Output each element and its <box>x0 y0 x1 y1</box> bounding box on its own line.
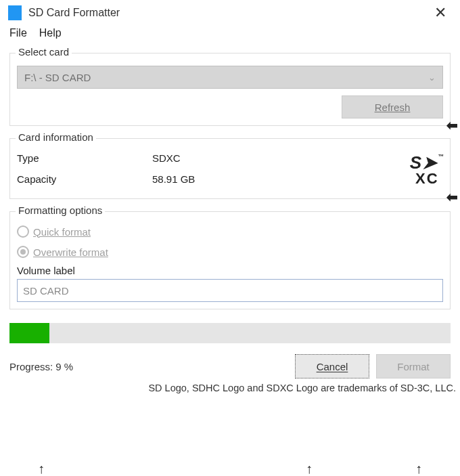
overwrite-format-label: Overwrite format <box>33 246 108 258</box>
volume-label-input[interactable]: SD CARD <box>17 279 443 302</box>
sdxc-logo: S➤™ XC <box>410 154 444 186</box>
volume-label-text: Volume label <box>17 265 443 276</box>
radio-quick-format[interactable]: Quick format <box>17 225 443 238</box>
refresh-button[interactable]: Refresh <box>342 95 443 118</box>
progress-fill <box>9 323 49 343</box>
type-value: SDXC <box>152 152 181 164</box>
annotation-arrow: ↑ <box>415 461 422 476</box>
progress-text: Progress: 9 % <box>9 361 288 372</box>
cancel-button[interactable]: Cancel <box>295 354 369 378</box>
annotation-arrow: ⬅ <box>446 117 458 133</box>
card-dropdown-value: F:\ - SD CARD <box>24 72 91 83</box>
app-icon <box>8 5 22 20</box>
radio-icon <box>17 246 29 258</box>
card-info-label: Card information <box>16 131 96 143</box>
group-card-info: Card information Type SDXC Capacity 58.9… <box>9 138 451 199</box>
capacity-label: Capacity <box>17 173 152 185</box>
menu-help[interactable]: Help <box>39 27 62 39</box>
formatting-label: Formatting options <box>16 204 105 216</box>
radio-icon <box>17 225 29 238</box>
select-card-label: Select card <box>16 46 72 58</box>
group-select-card: Select card F:\ - SD CARD ⌄ Refresh <box>9 53 451 126</box>
menu-file[interactable]: File <box>9 27 27 39</box>
annotation-arrow: ↑ <box>306 461 313 476</box>
bottom-row: Progress: 9 % Cancel Format <box>9 354 451 378</box>
window-title: SD Card Formatter <box>28 7 428 19</box>
card-dropdown[interactable]: F:\ - SD CARD ⌄ <box>17 66 443 89</box>
trademark-text: SD Logo, SDHC Logo and SDXC Logo are tra… <box>0 378 460 393</box>
radio-overwrite-format[interactable]: Overwrite format <box>17 246 443 258</box>
progress-bar <box>9 323 451 343</box>
annotation-arrow: ↑ <box>38 461 45 476</box>
format-button[interactable]: Format <box>376 354 451 378</box>
close-icon[interactable]: ✕ <box>428 4 453 22</box>
titlebar: SD Card Formatter ✕ <box>0 0 460 23</box>
group-formatting: Formatting options Quick format Overwrit… <box>9 211 451 309</box>
capacity-value: 58.91 GB <box>152 173 195 185</box>
quick-format-label: Quick format <box>33 226 91 238</box>
annotation-arrow: ⬅ <box>446 189 458 205</box>
chevron-down-icon: ⌄ <box>428 72 436 83</box>
type-label: Type <box>17 152 152 164</box>
menubar: File Help <box>0 23 460 46</box>
